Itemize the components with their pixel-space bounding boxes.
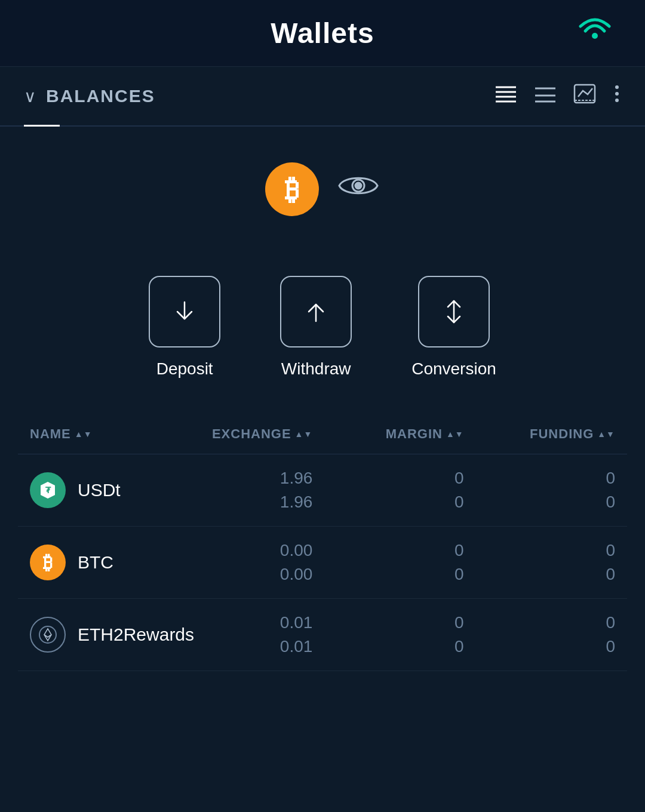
svg-point-14 xyxy=(355,183,361,189)
svg-point-12 xyxy=(615,99,619,102)
balances-bar: ∨ BALANCES xyxy=(0,67,645,127)
eth-funding-cell: 0 0 xyxy=(464,613,615,656)
usdt-exchange-bottom: 1.96 xyxy=(280,493,313,512)
wifi-icon xyxy=(573,10,616,57)
usdt-funding-cell: 0 0 xyxy=(464,469,615,512)
eye-icon[interactable] xyxy=(337,171,380,208)
balances-table: NAME ▲▼ EXCHANGE ▲▼ MARGIN ▲▼ FUNDING ▲▼… xyxy=(0,414,645,671)
page-title: Wallets xyxy=(271,17,374,50)
coin-name-usdt: USDt xyxy=(78,480,121,500)
list-sparse-icon[interactable] xyxy=(534,84,557,109)
coin-name-btc: BTC xyxy=(78,552,113,573)
crypto-section: ₿ xyxy=(0,127,645,276)
coin-name-cell-btc: ₿ BTC xyxy=(30,545,161,580)
btc-funding-cell: 0 0 xyxy=(464,541,615,584)
svg-text:₮: ₮ xyxy=(45,485,51,495)
col-exchange[interactable]: EXCHANGE ▲▼ xyxy=(161,426,312,442)
margin-sort-icon: ▲▼ xyxy=(446,430,464,438)
usdt-exchange-cell: 1.96 1.96 xyxy=(161,469,312,512)
btc-margin-cell: 0 0 xyxy=(312,541,463,584)
chart-icon[interactable] xyxy=(573,84,596,109)
eth-icon xyxy=(30,617,66,653)
eth-exchange-top: 0.01 xyxy=(280,613,313,632)
withdraw-button-box xyxy=(280,276,352,347)
conversion-label: Conversion xyxy=(411,359,496,379)
table-row: ETH2Rewards 0.01 0.01 0 0 0 0 xyxy=(18,599,627,671)
usdt-exchange-top: 1.96 xyxy=(280,469,313,488)
eth-exchange-bottom: 0.01 xyxy=(280,637,313,656)
withdraw-label: Withdraw xyxy=(281,359,351,379)
eth-margin-top: 0 xyxy=(454,613,464,632)
chevron-down-icon[interactable]: ∨ xyxy=(24,87,36,106)
btc-margin-bottom: 0 xyxy=(454,565,464,584)
usdt-margin-bottom: 0 xyxy=(454,493,464,512)
btc-margin-top: 0 xyxy=(454,541,464,560)
svg-rect-8 xyxy=(575,85,595,103)
table-row: ₮ USDt 1.96 1.96 0 0 0 0 xyxy=(18,454,627,527)
svg-point-11 xyxy=(615,92,619,96)
btc-icon: ₿ xyxy=(30,545,66,580)
svg-point-10 xyxy=(615,85,619,89)
balances-section-left: ∨ BALANCES xyxy=(24,86,155,106)
eth-exchange-cell: 0.01 0.01 xyxy=(161,613,312,656)
table-header: NAME ▲▼ EXCHANGE ▲▼ MARGIN ▲▼ FUNDING ▲▼ xyxy=(18,414,627,454)
eth-margin-bottom: 0 xyxy=(454,637,464,656)
btc-funding-bottom: 0 xyxy=(606,565,615,584)
deposit-button[interactable]: Deposit xyxy=(149,276,220,379)
balances-toolbar xyxy=(494,84,621,109)
coin-name-cell-usdt: ₮ USDt xyxy=(30,472,161,508)
col-margin[interactable]: MARGIN ▲▼ xyxy=(312,426,463,442)
svg-point-0 xyxy=(592,33,598,39)
more-icon[interactable] xyxy=(613,84,621,109)
col-funding[interactable]: FUNDING ▲▼ xyxy=(464,426,615,442)
deposit-label: Deposit xyxy=(156,359,213,379)
usdt-icon: ₮ xyxy=(30,472,66,508)
usdt-funding-bottom: 0 xyxy=(606,493,615,512)
withdraw-button[interactable]: Withdraw xyxy=(280,276,352,379)
usdt-margin-top: 0 xyxy=(454,469,464,488)
table-row: ₿ BTC 0.00 0.00 0 0 0 0 xyxy=(18,527,627,599)
list-dense-icon[interactable] xyxy=(494,84,517,109)
coin-name-cell-eth: ETH2Rewards xyxy=(30,617,161,653)
btc-exchange-top: 0.00 xyxy=(280,541,313,560)
svg-marker-21 xyxy=(44,635,51,641)
col-name[interactable]: NAME ▲▼ xyxy=(30,426,161,442)
btc-funding-top: 0 xyxy=(606,541,615,560)
eth-margin-cell: 0 0 xyxy=(312,613,463,656)
exchange-sort-icon: ▲▼ xyxy=(295,430,313,438)
conversion-button-box xyxy=(418,276,490,347)
eth-funding-top: 0 xyxy=(606,613,615,632)
action-buttons: Deposit Withdraw Conversion xyxy=(0,276,645,414)
usdt-funding-top: 0 xyxy=(606,469,615,488)
btc-exchange-bottom: 0.00 xyxy=(280,565,313,584)
btc-exchange-cell: 0.00 0.00 xyxy=(161,541,312,584)
funding-sort-icon: ▲▼ xyxy=(597,430,615,438)
usdt-margin-cell: 0 0 xyxy=(312,469,463,512)
deposit-button-box xyxy=(149,276,220,347)
crypto-icons-row: ₿ xyxy=(265,162,380,216)
header: Wallets xyxy=(0,0,645,67)
name-sort-icon: ▲▼ xyxy=(75,430,93,438)
btc-badge-icon: ₿ xyxy=(265,162,319,216)
eth-funding-bottom: 0 xyxy=(606,637,615,656)
conversion-button[interactable]: Conversion xyxy=(411,276,496,379)
balances-label: BALANCES xyxy=(46,86,155,106)
